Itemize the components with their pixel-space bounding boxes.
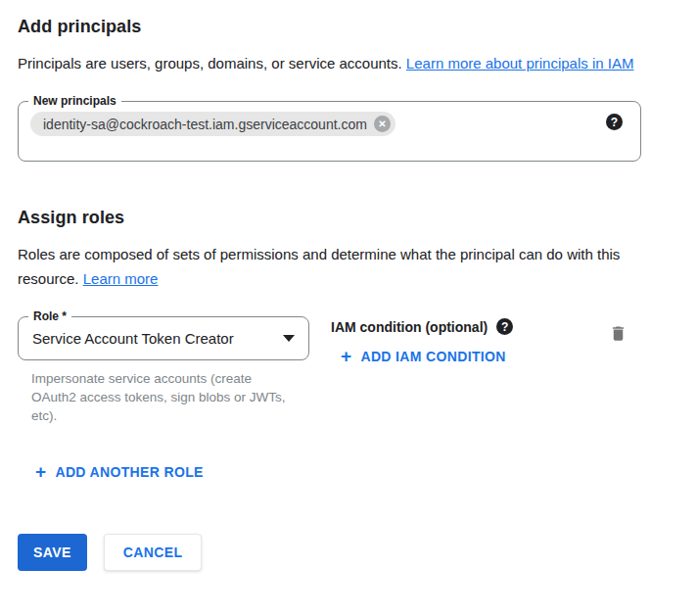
new-principals-help-icon[interactable]: ? <box>606 114 623 130</box>
add-another-role-button[interactable]: + ADD ANOTHER ROLE <box>35 462 204 481</box>
new-principals-field[interactable]: New principals identity-sa@cockroach-tes… <box>18 101 641 162</box>
assign-roles-title: Assign roles <box>18 207 680 228</box>
action-bar: SAVE CANCEL <box>18 534 680 571</box>
principals-description: Principals are users, groups, domains, o… <box>18 51 652 75</box>
iam-condition-label: IAM condition (optional) <box>331 319 488 335</box>
iam-condition-column: IAM condition (optional) ? + ADD IAM CON… <box>331 316 513 366</box>
chip-remove-button[interactable]: ✕ <box>374 116 391 132</box>
principal-chip-value: identity-sa@cockroach-test.iam.gservicea… <box>43 117 367 132</box>
add-iam-condition-label: ADD IAM CONDITION <box>360 349 505 364</box>
save-button[interactable]: SAVE <box>18 534 87 571</box>
role-helper-text: Impersonate service accounts (create OAu… <box>31 369 298 425</box>
assign-roles-description: Roles are composed of sets of permission… <box>18 242 652 291</box>
role-selected-value: Service Account Token Creator <box>32 330 275 347</box>
help-icon-glyph: ? <box>501 321 508 333</box>
cancel-button[interactable]: CANCEL <box>104 534 203 571</box>
close-icon: ✕ <box>378 119 386 129</box>
role-label: Role * <box>28 308 71 324</box>
plus-icon: + <box>341 347 351 365</box>
role-assignment-row: Role * Service Account Token Creator Imp… <box>18 316 680 425</box>
add-iam-condition-button[interactable]: + ADD IAM CONDITION <box>341 347 506 365</box>
iam-condition-help-icon[interactable]: ? <box>496 318 513 335</box>
role-column: Role * Service Account Token Creator Imp… <box>18 316 309 425</box>
page-title: Add principals <box>18 16 680 37</box>
help-icon-glyph: ? <box>611 117 618 128</box>
learn-more-principals-link[interactable]: Learn more about principals in IAM <box>406 55 634 71</box>
learn-more-roles-link[interactable]: Learn more <box>83 270 159 287</box>
delete-role-button[interactable] <box>609 324 628 343</box>
add-another-role-label: ADD ANOTHER ROLE <box>55 464 203 480</box>
iam-condition-label-row: IAM condition (optional) ? <box>331 318 513 335</box>
add-principals-panel: Add principals Principals are users, gro… <box>0 0 698 571</box>
trash-icon <box>609 324 628 343</box>
plus-icon: + <box>35 462 46 481</box>
principals-description-text: Principals are users, groups, domains, o… <box>18 55 402 71</box>
role-select[interactable]: Role * Service Account Token Creator <box>18 316 309 360</box>
chevron-down-icon <box>283 335 295 342</box>
new-principals-label: New principals <box>28 93 121 109</box>
principal-chip[interactable]: identity-sa@cockroach-test.iam.gservicea… <box>30 112 396 136</box>
